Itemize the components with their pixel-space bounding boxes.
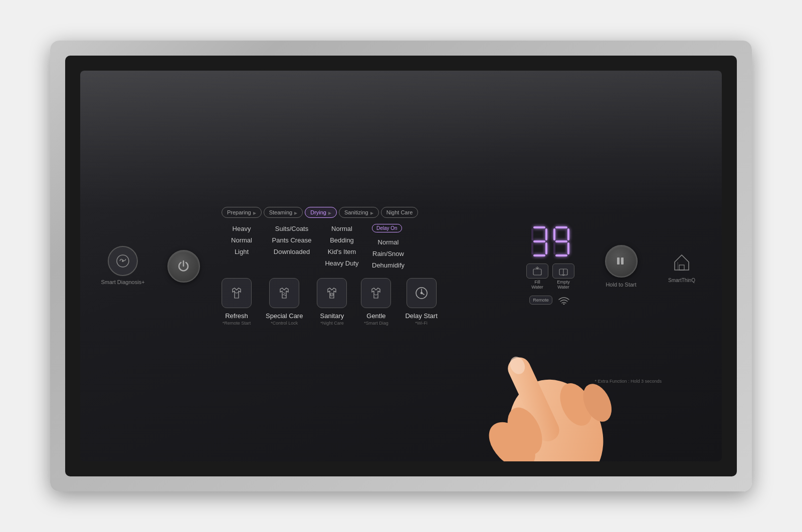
svg-point-1 [122,260,124,262]
gentle-icon [368,285,384,301]
hold-start-section: Hold to Start [598,245,644,288]
remote-row: Remote [529,295,571,306]
tab-preparing[interactable]: Preparing [222,207,262,218]
cycle-column-drying: Suits/Coats Pants Crease Downloaded [272,224,312,256]
digit-display [530,226,570,256]
sanitary-button[interactable]: Sanitary *Night Care [317,278,347,326]
seg-3-bot [533,254,545,256]
fill-water-label: FillWater [531,280,543,290]
shirt-icon [229,285,245,301]
empty-water-icon [558,266,569,276]
cycle-column-night-care: Delay On Normal Rain/Snow Dehumidify [372,224,405,270]
digit-3 [530,226,548,256]
special-care-label: Special Care [266,312,303,320]
svg-point-6 [421,292,422,294]
tab-drying[interactable]: Drying [305,207,337,218]
option-normal-nc[interactable]: Normal [372,237,405,247]
power-button[interactable] [167,250,200,283]
option-heavy[interactable]: Heavy [222,224,262,233]
remote-button[interactable]: Remote [529,296,552,305]
hold-to-start-label: Hold to Start [606,282,636,288]
control-panel: Smart Diagnosis+ Preparing [80,71,722,461]
seg-3-tl [531,228,533,240]
refresh-button-icon [222,278,252,308]
seg-9-mid [555,240,567,242]
option-normal-steam[interactable]: Normal [222,235,262,245]
refresh-label: Refresh [225,312,248,320]
special-care-button[interactable]: Special Care *Control Lock [266,278,303,326]
delay-start-button-icon [407,278,437,308]
svg-point-9 [563,304,564,305]
option-kids-item[interactable]: Kid's Item [322,247,362,256]
option-suits-coats[interactable]: Suits/Coats [272,224,312,233]
seg-9-bl [553,242,555,254]
seg-3-br [545,242,547,254]
delay-start-label: Delay Start [405,312,437,320]
hold-to-start-button[interactable] [605,245,638,278]
seg-3-bl [531,242,533,254]
tab-sanitizing[interactable]: Sanitizing [339,207,379,218]
delay-start-button[interactable]: Delay Start *Wi-Fi [405,278,437,326]
display-section: FillWater EmptyWater [520,226,580,306]
extra-function-note: * Extra Function : Hold 3 seconds [594,379,662,384]
tab-night-care[interactable]: Night Care [381,207,419,218]
seg-9-top [555,226,567,228]
seg-9-bot [555,254,567,256]
appliance-frame: Smart Diagnosis+ Preparing [65,56,737,476]
clock-icon [414,285,430,301]
svg-rect-13 [679,265,684,270]
smart-thinq-section: SmartThinQ [662,249,702,283]
function-buttons: Refresh *Remote Start [222,278,502,326]
empty-water-button[interactable]: EmptyWater [552,263,574,290]
gentle-button[interactable]: Gentle *Smart Diag [361,278,391,326]
empty-water-label: EmptyWater [557,280,570,290]
option-downloaded[interactable]: Downloaded [272,247,312,256]
wifi-icon [556,295,571,306]
sanitary-button-icon [317,278,347,308]
home-icon [671,251,693,273]
fill-water-button[interactable]: FillWater [526,263,548,290]
seg-9-tl [553,228,555,240]
mode-section: Preparing Steaming Drying Sanitizing Nig… [222,207,502,326]
special-care-button-icon [269,278,299,308]
smart-diagnosis-button[interactable] [108,246,138,276]
utility-buttons: FillWater EmptyWater [526,263,574,290]
seg-3-mid [533,240,545,242]
smart-diagnosis-label: Smart Diagnosis+ [101,279,144,286]
option-heavy-duty[interactable]: Heavy Duty [322,258,362,268]
cycle-grid: Heavy Normal Light Suits/Coats Pants Cre… [222,224,502,270]
cycle-column-steam: Heavy Normal Light [222,224,262,256]
option-normal-san[interactable]: Normal [322,224,362,233]
fill-water-icon [532,266,543,276]
digit-9 [552,226,570,256]
smart-diagnosis-icon [115,253,131,269]
sanitary-label: Sanitary [320,312,344,320]
gentle-label: Gentle [366,312,385,320]
option-light[interactable]: Light [222,247,262,256]
refresh-button[interactable]: Refresh *Remote Start [222,278,252,326]
empty-water-box [552,263,574,279]
refresh-sub: *Remote Start [223,321,251,326]
tab-steaming[interactable]: Steaming [264,207,303,218]
shirt-wrinkle-icon [276,285,292,301]
special-care-sub: *Control Lock [271,321,298,326]
option-dehumidify[interactable]: Dehumidify [372,260,405,270]
delay-on-badge: Delay On [372,224,402,232]
power-section [163,250,204,283]
smart-diagnosis-section: Smart Diagnosis+ [100,246,145,286]
cycle-column-sanitizing: Normal Bedding Kid's Item Heavy Duty [322,224,362,268]
delay-start-sub: *Wi-Fi [415,321,428,326]
wifi-signal-icon [558,296,570,305]
smart-thinq-label: SmartThinQ [668,278,695,283]
seg-3-tr [545,228,547,240]
shirt-clean-icon [324,285,340,301]
seg-9-tr [567,228,569,240]
option-pants-crease[interactable]: Pants Crease [272,235,312,245]
progress-tabs: Preparing Steaming Drying Sanitizing Nig… [222,207,502,218]
panel-content: Smart Diagnosis+ Preparing [80,71,722,461]
svg-rect-7 [533,269,541,275]
option-rain-snow[interactable]: Rain/Snow [372,249,405,258]
appliance-outer: Smart Diagnosis+ Preparing [50,41,752,491]
option-bedding[interactable]: Bedding [322,235,362,245]
smart-thinq-icon [669,249,694,275]
